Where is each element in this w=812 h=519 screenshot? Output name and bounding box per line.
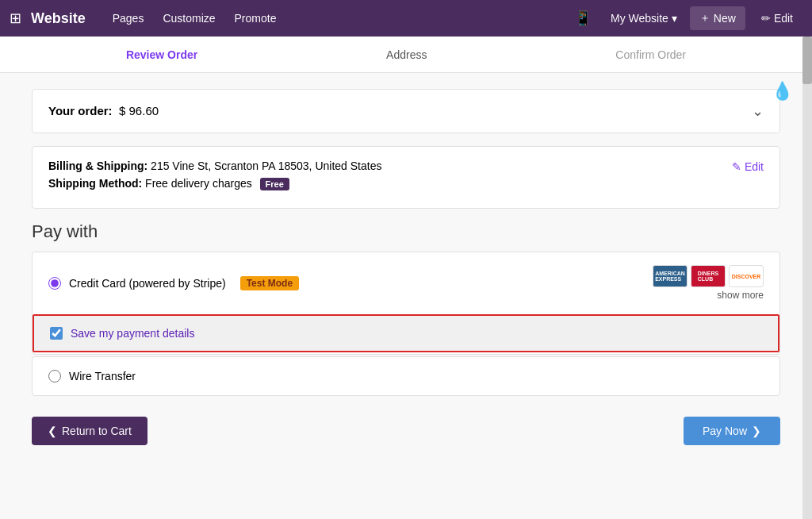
nav-links: Pages Customize Promote (105, 7, 285, 29)
shipping-method-row: Shipping Method: Free delivery charges F… (48, 177, 381, 190)
credit-card-label: Credit Card (powered by Stripe) (69, 277, 226, 290)
edit-billing-link[interactable]: ✎ Edit (732, 160, 764, 173)
wire-transfer-option: Wire Transfer (32, 356, 780, 396)
new-button[interactable]: ＋ New (690, 6, 745, 30)
website-name-label: My Website (611, 12, 668, 25)
free-badge: Free (260, 178, 289, 190)
save-payment-section: Save my payment details (33, 314, 779, 352)
order-summary-row: Your order: $ 96.60 ⌄ (48, 102, 764, 120)
billing-edit: ✎ Edit (732, 160, 764, 174)
top-navigation: ⊞ Website Pages Customize Promote 📱 My W… (0, 0, 812, 37)
edit-icon: ✎ (732, 160, 745, 173)
show-more-button[interactable]: show more (717, 290, 764, 301)
breadcrumb-review[interactable]: Review Order (126, 48, 197, 61)
amex-card-icon: AMERICANEXPRESS (653, 265, 688, 287)
billing-header: Billing & Shipping: 215 Vine St, Scranto… (48, 160, 764, 195)
return-button-label: Return to Cart (62, 425, 132, 437)
wire-transfer-radio[interactable] (48, 370, 61, 383)
chevron-right-icon: ❯ (752, 425, 761, 437)
pencil-icon: ✏ (761, 12, 771, 25)
billing-info: Billing & Shipping: 215 Vine St, Scranto… (48, 160, 381, 195)
breadcrumb-address[interactable]: Address (386, 48, 427, 61)
breadcrumb-bar: Review Order Address Confirm Order 💧 (0, 37, 812, 73)
card-icons-group: AMERICANEXPRESS DINERSCLUB DISCOVER show… (653, 265, 764, 302)
shipping-value: Free delivery charges (145, 177, 252, 190)
grid-icon[interactable]: ⊞ (10, 10, 21, 27)
scrollbar-thumb[interactable] (802, 37, 812, 84)
test-mode-badge: Test Mode (240, 276, 299, 290)
edit-link-label: Edit (745, 160, 764, 173)
credit-card-radio[interactable] (48, 277, 61, 290)
pay-now-label: Pay Now (703, 425, 747, 437)
nav-promote-link[interactable]: Promote (227, 7, 285, 29)
save-payment-checkbox[interactable] (50, 327, 63, 340)
card-icons: AMERICANEXPRESS DINERSCLUB DISCOVER (653, 265, 764, 287)
billing-shipping-card: Billing & Shipping: 215 Vine St, Scranto… (32, 146, 780, 209)
pay-now-button[interactable]: Pay Now ❯ (684, 417, 780, 445)
pay-with-title: Pay with (32, 221, 780, 242)
brand-name[interactable]: Website (31, 10, 86, 27)
wire-transfer-label[interactable]: Wire Transfer (69, 370, 136, 383)
order-expand-button[interactable]: ⌄ (752, 102, 764, 120)
discover-card-icon: DISCOVER (729, 265, 764, 287)
billing-address: 215 Vine St, Scranton PA 18503, United S… (151, 160, 381, 172)
billing-label: Billing & Shipping: (48, 160, 147, 172)
water-drop-icon: 💧 (772, 81, 793, 102)
save-payment-label[interactable]: Save my payment details (71, 327, 194, 340)
nav-right: 📱 My Website ▾ ＋ New ✏ Edit (568, 6, 802, 30)
order-summary-card: Your order: $ 96.60 ⌄ (32, 89, 780, 133)
nav-pages-link[interactable]: Pages (105, 7, 152, 29)
main-content: Your order: $ 96.60 ⌄ Billing & Shipping… (0, 73, 812, 519)
shipping-method-label: Shipping Method: (48, 177, 142, 190)
edit-label: Edit (774, 12, 793, 25)
diners-card-icon: DINERSCLUB (691, 265, 726, 287)
edit-button[interactable]: ✏ Edit (752, 7, 802, 29)
plus-icon: ＋ (699, 11, 710, 25)
new-label: New (714, 12, 736, 25)
chevron-left-icon: ❮ (48, 425, 57, 437)
order-amount: $ 96.60 (119, 104, 159, 117)
credit-card-header: Credit Card (powered by Stripe) Test Mod… (33, 252, 779, 314)
scrollbar[interactable] (802, 37, 812, 519)
billing-address-row: Billing & Shipping: 215 Vine St, Scranto… (48, 160, 381, 172)
credit-card-left: Credit Card (powered by Stripe) Test Mod… (48, 276, 299, 290)
footer-buttons: ❮ Return to Cart Pay Now ❯ (32, 409, 780, 453)
mobile-icon[interactable]: 📱 (568, 6, 598, 30)
website-dropdown-button[interactable]: My Website ▾ (604, 9, 684, 28)
return-to-cart-button[interactable]: ❮ Return to Cart (32, 417, 147, 445)
credit-card-option-card: Credit Card (powered by Stripe) Test Mod… (32, 252, 780, 355)
breadcrumb-confirm: Confirm Order (615, 48, 686, 61)
order-label: Your order: (48, 104, 113, 117)
show-more-container: show more (653, 287, 764, 302)
chevron-down-icon: ▾ (672, 12, 677, 25)
nav-customize-link[interactable]: Customize (155, 7, 223, 29)
